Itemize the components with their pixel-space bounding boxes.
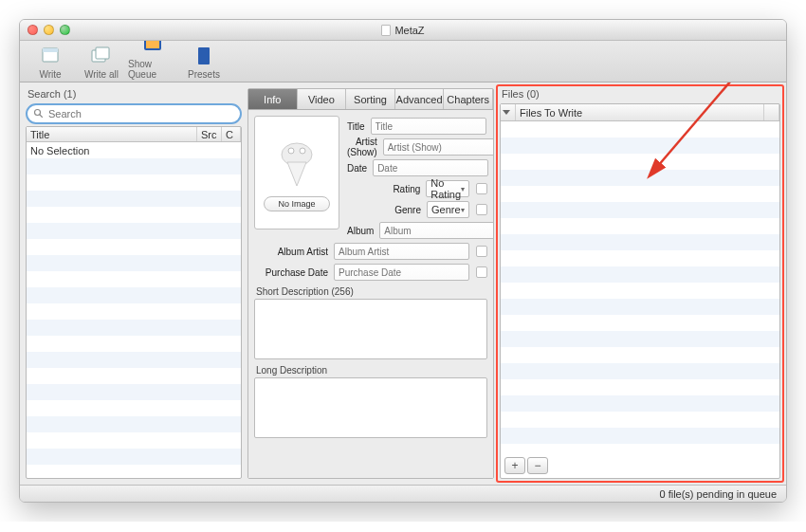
- list-item: [27, 449, 241, 465]
- list-item: [27, 207, 241, 223]
- info-pane: Info Video Sorting Advanced Chapters No …: [247, 88, 494, 479]
- list-item: [27, 191, 241, 207]
- search-rows: No Selection: [27, 142, 241, 478]
- svg-rect-6: [198, 47, 210, 64]
- genre-check[interactable]: [476, 204, 487, 215]
- purchase-date-check[interactable]: [476, 266, 487, 278]
- purchase-date-field[interactable]: [334, 264, 469, 281]
- file-row: [501, 331, 779, 347]
- tab-sorting[interactable]: Sorting: [346, 89, 395, 109]
- files-rows[interactable]: [501, 121, 779, 453]
- file-row: [501, 266, 779, 283]
- date-field[interactable]: [373, 159, 488, 176]
- short-desc-label: Short Description (256): [254, 283, 487, 299]
- presets-icon: [192, 45, 216, 67]
- list-item: [27, 174, 241, 191]
- tab-info[interactable]: Info: [248, 89, 298, 109]
- file-row: [501, 363, 779, 379]
- info-body: No Image Title Artist (Show) Date Rating…: [248, 110, 493, 478]
- file-row: [501, 428, 779, 444]
- files-header-label: Files To Write: [516, 104, 764, 120]
- no-image-button[interactable]: No Image: [264, 196, 330, 211]
- list-item[interactable]: No Selection: [27, 142, 241, 158]
- files-header[interactable]: Files To Write: [501, 104, 779, 121]
- svg-rect-3: [96, 47, 109, 59]
- file-row: [501, 234, 779, 250]
- file-row: [501, 154, 779, 170]
- svg-point-11: [300, 148, 305, 154]
- row-text: No Selection: [30, 145, 89, 156]
- purchase-date-label: Purchase Date: [254, 267, 330, 278]
- list-item: [27, 223, 241, 239]
- list-item: [27, 352, 241, 368]
- show-queue-button[interactable]: Show Queue: [128, 34, 177, 80]
- date-label: Date: [347, 163, 369, 174]
- write-label: Write: [39, 69, 61, 80]
- col-title[interactable]: Title: [27, 127, 197, 141]
- album-field[interactable]: [379, 222, 493, 239]
- write-button[interactable]: Write: [26, 45, 75, 80]
- rating-value: No Rating: [430, 177, 461, 200]
- presets-button[interactable]: Presets: [179, 45, 229, 80]
- file-row: [501, 379, 779, 395]
- file-row: [501, 170, 779, 186]
- left-pane: Search (1) Title Src C No Selection: [26, 88, 242, 479]
- long-desc-field[interactable]: [254, 377, 487, 438]
- file-row: [501, 202, 779, 218]
- list-item: [27, 400, 241, 416]
- tag-placeholder-icon: [273, 134, 321, 191]
- disclosure-icon[interactable]: [501, 104, 516, 120]
- tab-advanced[interactable]: Advanced: [395, 89, 445, 109]
- list-item: [27, 271, 241, 287]
- write-all-icon: [89, 45, 114, 67]
- minimize-window-button[interactable]: [44, 25, 54, 35]
- album-artist-check[interactable]: [476, 246, 487, 257]
- list-item: [27, 432, 241, 449]
- svg-point-7: [35, 110, 41, 116]
- file-row: [501, 347, 779, 363]
- zoom-window-button[interactable]: [60, 25, 70, 35]
- artist-show-field[interactable]: [383, 138, 493, 156]
- col-c[interactable]: C: [222, 127, 241, 141]
- add-file-button[interactable]: +: [504, 457, 525, 474]
- tab-video[interactable]: Video: [298, 89, 347, 109]
- list-item: [27, 239, 241, 255]
- list-item: [27, 336, 241, 352]
- file-row: [501, 412, 779, 428]
- show-queue-label: Show Queue: [128, 59, 177, 80]
- close-window-button[interactable]: [27, 25, 38, 35]
- svg-rect-1: [43, 48, 58, 52]
- genre-select[interactable]: Genre: [427, 201, 469, 218]
- search-label: Search (1): [26, 88, 242, 101]
- search-columns: Title Src C: [27, 127, 241, 142]
- files-header-col2: [764, 104, 779, 120]
- tab-chapters[interactable]: Chapters: [444, 89, 493, 109]
- album-label: Album: [347, 226, 376, 236]
- window-title: MetaZ: [20, 25, 786, 36]
- list-item: [27, 255, 241, 271]
- long-desc-label: Long Description: [254, 361, 487, 377]
- file-row: [501, 395, 779, 412]
- file-row: [501, 283, 779, 299]
- content-area: Search (1) Title Src C No Selection: [20, 83, 786, 485]
- remove-file-button[interactable]: −: [527, 457, 548, 474]
- artwork-well[interactable]: No Image: [254, 116, 339, 229]
- file-row: [501, 250, 779, 266]
- write-all-button[interactable]: Write all: [77, 45, 126, 80]
- list-item: [27, 416, 241, 432]
- list-item: [27, 287, 241, 303]
- rating-select[interactable]: No Rating: [426, 180, 469, 197]
- search-results-list: Title Src C No Selection: [26, 126, 242, 479]
- rating-label: Rating: [347, 184, 422, 194]
- col-src[interactable]: Src: [197, 127, 222, 141]
- album-artist-field[interactable]: [334, 243, 469, 260]
- search-field[interactable]: [26, 103, 242, 124]
- files-panel: Files To Write: [500, 103, 780, 479]
- short-desc-field[interactable]: [254, 299, 487, 359]
- search-input[interactable]: [48, 108, 234, 119]
- write-all-label: Write all: [84, 69, 119, 80]
- rating-check[interactable]: [476, 183, 487, 194]
- title-field[interactable]: [371, 118, 486, 135]
- search-icon: [33, 108, 45, 119]
- window-title-text: MetaZ: [394, 25, 424, 36]
